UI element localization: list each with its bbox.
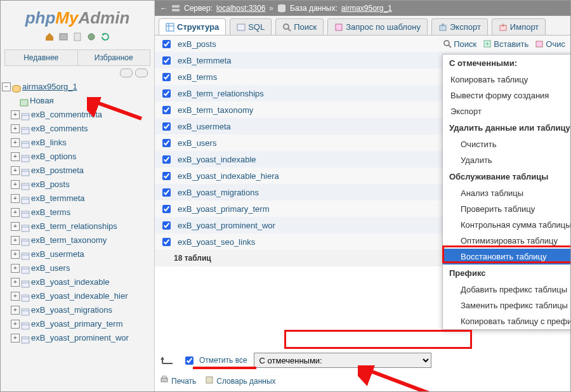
link-icon[interactable] <box>135 69 148 77</box>
tree-table-node[interactable]: +exB_yoast_migrations <box>2 303 152 317</box>
row-checkbox[interactable] <box>162 73 171 81</box>
tree-table-node[interactable]: +exB_yoast_indexable_hier <box>2 289 152 303</box>
tree-table-label[interactable]: exB_terms <box>31 206 70 219</box>
docs-icon[interactable] <box>72 32 82 42</box>
table-name-link[interactable]: exB_terms <box>178 72 217 82</box>
menu-item[interactable]: Вывести форму создания <box>443 88 571 103</box>
tree-table-node[interactable]: +exB_usermeta <box>2 247 152 261</box>
tree-table-label[interactable]: exB_yoast_prominent_wor <box>31 331 129 345</box>
arrow-left-icon[interactable]: ← <box>160 4 167 13</box>
table-name-link[interactable]: exB_term_taxonomy <box>178 105 253 115</box>
tree-table-node[interactable]: +exB_users <box>2 261 152 275</box>
menu-item[interactable]: Копировать таблицу <box>443 72 571 88</box>
tree-table-label[interactable]: exB_yoast_indexable_hier <box>31 289 128 303</box>
table-name-link[interactable]: exB_yoast_prominent_wor <box>178 221 275 230</box>
tree-new-table[interactable]: Новая <box>2 94 152 108</box>
row-checkbox[interactable] <box>162 238 171 246</box>
row-checkbox[interactable] <box>162 122 171 131</box>
tree-expand-icon[interactable]: + <box>11 194 20 203</box>
tree-expand-icon[interactable]: + <box>11 292 20 301</box>
tree-expand-icon[interactable]: + <box>11 208 20 217</box>
tree-table-node[interactable]: +exB_terms <box>2 206 152 219</box>
row-checkbox[interactable] <box>162 40 171 48</box>
tree-table-label[interactable]: exB_comments <box>31 122 88 136</box>
db-name[interactable]: airmax95org_1 <box>22 80 77 94</box>
tree-toggle-icon[interactable]: − <box>2 82 11 91</box>
action-search[interactable]: Поиск <box>443 39 476 49</box>
tree-expand-icon[interactable]: + <box>11 152 20 161</box>
tree-expand-icon[interactable]: + <box>11 250 20 259</box>
action-insert[interactable]: Вставить <box>483 39 528 49</box>
tree-table-node[interactable]: +exB_term_relationships <box>2 219 152 233</box>
tree-table-node[interactable]: +exB_options <box>2 150 152 164</box>
check-all[interactable]: Отметить все <box>183 355 247 367</box>
tree-db-node[interactable]: − airmax95org_1 <box>2 80 152 94</box>
tree-expand-icon[interactable]: + <box>11 278 20 287</box>
with-selected-menu[interactable]: С отмеченными: Копировать таблицуВывести… <box>442 54 571 330</box>
table-name-link[interactable]: exB_yoast_seo_links <box>178 237 255 247</box>
check-all-checkbox[interactable] <box>185 356 194 365</box>
row-checkbox[interactable] <box>162 155 171 164</box>
row-checkbox[interactable] <box>162 56 171 65</box>
menu-item[interactable]: Добавить префикс таблицы <box>443 282 571 297</box>
tree-table-node[interactable]: +exB_yoast_indexable <box>2 275 152 289</box>
with-selected-dropdown[interactable]: С отмеченными: <box>254 353 431 368</box>
tree-table-node[interactable]: +exB_commentmeta <box>2 108 152 122</box>
data-dictionary-link[interactable]: Словарь данных <box>205 376 275 386</box>
row-checkbox[interactable] <box>162 106 171 114</box>
row-checkbox[interactable] <box>162 188 171 197</box>
tree-table-node[interactable]: +exB_links <box>2 136 152 150</box>
menu-item[interactable]: Очистить <box>443 136 571 152</box>
menu-item[interactable]: Восстановить таблицу <box>443 249 571 265</box>
menu-item[interactable]: Заменить префикс таблицы <box>443 297 571 313</box>
tab-favorites[interactable]: Избранное <box>77 50 150 65</box>
tree-expand-icon[interactable]: + <box>11 320 20 329</box>
breadcrumb-server[interactable]: localhost:3306 <box>216 4 265 13</box>
table-name-link[interactable]: exB_termmeta <box>178 56 232 65</box>
table-name-link[interactable]: exB_yoast_indexable_hiera <box>178 171 279 181</box>
tab-recent[interactable]: Недавнее <box>5 50 77 65</box>
table-name-link[interactable]: exB_term_relationships <box>178 89 264 98</box>
table-name-link[interactable]: exB_yoast_migrations <box>178 188 259 197</box>
tree-table-label[interactable]: exB_yoast_migrations <box>31 303 112 317</box>
tab-qbe[interactable]: Запрос по шаблону <box>327 18 428 35</box>
tab-search[interactable]: Поиск <box>275 18 324 35</box>
tree-table-label[interactable]: exB_usermeta <box>31 247 84 261</box>
tab-export[interactable]: Экспорт <box>431 18 488 35</box>
tree-table-node[interactable]: +exB_postmeta <box>2 164 152 178</box>
row-checkbox[interactable] <box>162 139 171 147</box>
breadcrumb-db[interactable]: airmax95org_1 <box>341 4 392 13</box>
tree-expand-icon[interactable]: + <box>11 236 20 245</box>
menu-item[interactable]: Удалить <box>443 152 571 168</box>
tree-table-label[interactable]: exB_postmeta <box>31 164 84 178</box>
table-name-link[interactable]: exB_yoast_primary_term <box>178 204 270 214</box>
tree-table-label[interactable]: exB_termmeta <box>31 192 85 206</box>
table-name-link[interactable]: exB_usermeta <box>178 122 231 131</box>
tab-structure[interactable]: Структура <box>159 18 226 35</box>
table-name-link[interactable]: exB_users <box>178 138 216 148</box>
tree-table-node[interactable]: +exB_posts <box>2 178 152 192</box>
tree-expand-icon[interactable]: + <box>11 222 20 231</box>
row-checkbox[interactable] <box>162 89 171 98</box>
tree-expand-icon[interactable]: + <box>11 124 20 133</box>
menu-item[interactable]: Контрольная сумма таблицы <box>443 217 571 233</box>
tree-expand-icon[interactable]: + <box>11 306 20 315</box>
tree-table-label[interactable]: exB_term_taxonomy <box>31 233 107 247</box>
menu-item[interactable]: Экспорт <box>443 103 571 119</box>
tree-table-node[interactable]: +exB_yoast_prominent_wor <box>2 331 152 345</box>
tree-table-node[interactable]: +exB_termmeta <box>2 192 152 206</box>
row-checkbox[interactable] <box>162 221 171 230</box>
tree-table-node[interactable]: +exB_yoast_primary_term <box>2 317 152 331</box>
print-link[interactable]: Печать <box>160 376 196 386</box>
tree-expand-icon[interactable]: + <box>11 264 20 273</box>
tree-table-node[interactable]: +exB_term_taxonomy <box>2 233 152 247</box>
menu-item[interactable]: Анализ таблицы <box>443 185 571 201</box>
tree-table-label[interactable]: exB_yoast_primary_term <box>31 317 123 331</box>
row-checkbox[interactable] <box>162 205 171 213</box>
settings-icon[interactable] <box>86 32 96 42</box>
tree-table-label[interactable]: exB_commentmeta <box>31 108 102 122</box>
tab-sql[interactable]: SQL <box>230 18 272 35</box>
with-selected-select[interactable]: С отмеченными: <box>254 353 431 368</box>
reload-icon[interactable] <box>100 32 110 42</box>
action-empty[interactable]: Очис <box>535 39 565 49</box>
